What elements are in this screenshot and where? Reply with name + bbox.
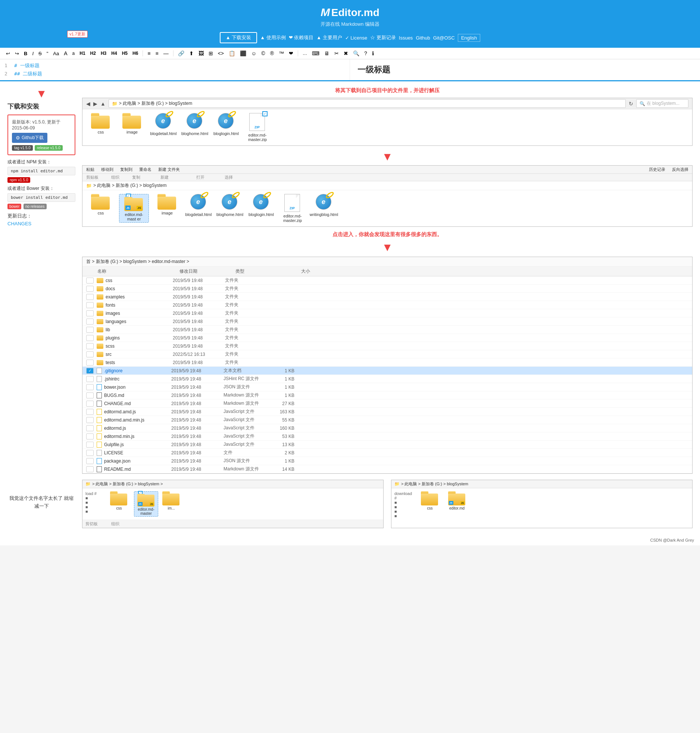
- file-list-row[interactable]: scss2019/5/9 19:48文件夹: [82, 342, 692, 350]
- toolbar-special1[interactable]: ©: [260, 50, 266, 57]
- toolbar-special4[interactable]: ❤: [287, 50, 295, 57]
- toolbar-strike[interactable]: S: [37, 50, 43, 57]
- toolbar-keyboard[interactable]: ⌨: [310, 50, 321, 57]
- nav-demo-link[interactable]: ▲ 使用示例: [260, 34, 285, 41]
- mini-folder-editor-md-renamed[interactable]: JS JS editor.md: [445, 491, 469, 510]
- toolbar-h6[interactable]: H6: [131, 50, 140, 57]
- ribbon-move[interactable]: 移动到: [101, 167, 113, 172]
- nav-forward-icon[interactable]: ▶: [93, 101, 97, 107]
- toolbar-undo[interactable]: ↩: [4, 50, 12, 57]
- editor-pane[interactable]: 1 # 一级标题 2 ## 二级标题: [0, 59, 350, 80]
- mini-folder-im[interactable]: im...: [162, 491, 181, 510]
- toolbar-h3[interactable]: H3: [99, 50, 108, 57]
- file-list-row[interactable]: CHANGE.md2019/5/9 19:48Markdown 源文件27 KB: [82, 400, 692, 408]
- file-list-row[interactable]: ✓.gitignore2019/5/9 19:48文本文档1 KB: [82, 367, 692, 375]
- mini-folder-editor-md[interactable]: ✓ JS JS editor.md-master: [134, 491, 158, 517]
- ribbon-paste[interactable]: 粘贴: [86, 167, 94, 172]
- toolbar-image[interactable]: 🖼: [197, 50, 205, 57]
- ribbon-copy[interactable]: 复制到: [120, 167, 132, 172]
- toolbar-lowercase[interactable]: a: [71, 50, 76, 57]
- toolbar-h1[interactable]: H1: [78, 50, 87, 57]
- file-list-row[interactable]: images2019/5/9 19:48文件夹: [82, 309, 692, 317]
- file-list-row[interactable]: docs2019/5/9 19:48文件夹: [82, 285, 692, 293]
- folder-image[interactable]: image: [119, 113, 145, 142]
- file-list-row[interactable]: editormd.min.js2019/5/9 19:48JavaScript …: [82, 432, 692, 441]
- nav-fork-link[interactable]: ❤ 依赖项目: [289, 34, 314, 41]
- toolbar-h5[interactable]: H5: [121, 50, 129, 57]
- file-list-row[interactable]: editormd.amd.min.js2019/5/9 19:48JavaScr…: [82, 416, 692, 424]
- file-list-row[interactable]: css2019/5/9 19:48文件夹: [82, 276, 692, 285]
- file-list-row[interactable]: BUGS.md2019/5/9 19:48Markdown 源文件1 KB: [82, 391, 692, 400]
- nav-issues-link[interactable]: Issues: [399, 35, 413, 41]
- toolbar-codeblock[interactable]: 📋: [227, 50, 237, 57]
- nav-back-icon[interactable]: ◀: [86, 101, 90, 107]
- file-list-row[interactable]: tests2019/5/9 19:48文件夹: [82, 358, 692, 367]
- ribbon-reverse-select[interactable]: 反向选择: [672, 167, 688, 172]
- toolbar-link[interactable]: 🔗: [176, 50, 186, 57]
- file-list-row[interactable]: plugins2019/5/9 19:48文件夹: [82, 334, 692, 342]
- folder-editor-md-master[interactable]: ✓ JS JS editor.md-mast er: [119, 194, 149, 223]
- toolbar-monitor[interactable]: 🖥: [323, 50, 331, 57]
- folder-css-2[interactable]: css: [88, 194, 114, 223]
- toolbar-italic[interactable]: I: [31, 50, 35, 57]
- toolbar-uppercase2[interactable]: A: [62, 50, 69, 57]
- toolbar-search[interactable]: 🔍: [351, 50, 361, 57]
- github-download-button[interactable]: ⚙ Github下载: [12, 133, 47, 143]
- toolbar-redo[interactable]: ↪: [13, 50, 21, 57]
- file-list-row[interactable]: package.json2019/5/9 19:48JSON 源文件1 KB: [82, 457, 692, 465]
- folder-image-2[interactable]: image: [154, 194, 180, 223]
- toolbar-uppercase[interactable]: Aa: [51, 50, 60, 57]
- file-blogdetail-2[interactable]: e blogdetail.html: [185, 194, 212, 223]
- ribbon-new-folder[interactable]: 新建 文件夹: [158, 167, 180, 172]
- download-nav-button[interactable]: ▲ 下载安装: [220, 32, 257, 43]
- file-list-row[interactable]: examples2019/5/9 19:48文件夹: [82, 293, 692, 301]
- toolbar-special2[interactable]: ®: [269, 50, 275, 57]
- toolbar-ol[interactable]: ≡: [154, 50, 160, 57]
- file-bloghome[interactable]: e bloghome.html: [182, 113, 208, 142]
- file-editor-zip-2[interactable]: ZIP editor.md-master.zip: [279, 194, 306, 223]
- file-bloghome-2[interactable]: e bloghome.html: [217, 194, 243, 223]
- toolbar-bold[interactable]: B: [22, 50, 29, 57]
- toolbar-h4[interactable]: H4: [110, 50, 118, 57]
- toolbar-upload[interactable]: ⬆: [188, 50, 195, 57]
- file-list-row[interactable]: src2022/5/12 16:13文件夹: [82, 350, 692, 358]
- file-list-row[interactable]: editormd.amd.js2019/5/9 19:48JavaScript …: [82, 408, 692, 416]
- file-bloglogin[interactable]: e bloglogin.html: [213, 113, 239, 142]
- toolbar-hr[interactable]: —: [162, 50, 170, 57]
- file-list-row[interactable]: languages2019/5/9 19:48文件夹: [82, 317, 692, 326]
- mini-folder-css[interactable]: css: [108, 491, 130, 510]
- file-list-row[interactable]: LICENSE2019/5/9 19:48文件2 KB: [82, 449, 692, 457]
- mini-folder-css-2[interactable]: css: [419, 491, 441, 510]
- file-list-row[interactable]: lib2019/5/9 19:48文件夹: [82, 326, 692, 334]
- folder-css[interactable]: css: [88, 113, 114, 142]
- toolbar-math[interactable]: ⬛: [238, 50, 248, 57]
- file-list-row[interactable]: Gulpfile.js2019/5/9 19:48JavaScript 文件13…: [82, 441, 692, 449]
- nav-up-icon[interactable]: ▲: [100, 101, 106, 107]
- refresh-icon[interactable]: ↻: [629, 101, 633, 107]
- file-bloglogin-2[interactable]: e bloglogin.html: [248, 194, 274, 223]
- ribbon-rename[interactable]: 重命名: [139, 167, 151, 172]
- file-writingblog[interactable]: e writingblog.html: [311, 194, 337, 223]
- toolbar-emoji[interactable]: ☺: [250, 50, 258, 57]
- toolbar-code[interactable]: <>: [216, 50, 225, 57]
- toolbar-cut[interactable]: ✂: [333, 50, 340, 57]
- nav-user-link[interactable]: ▲ 主要用户: [316, 34, 342, 41]
- toolbar-h2[interactable]: H2: [89, 50, 97, 57]
- file-list-row[interactable]: bower.json2019/5/9 19:48JSON 源文件1 KB: [82, 383, 692, 391]
- file-editor-zip[interactable]: ZIP ✓ editor.md-master.zip: [244, 113, 271, 142]
- toolbar-help[interactable]: ?: [363, 50, 369, 57]
- toolbar-flow[interactable]: …: [301, 50, 309, 57]
- toolbar-info[interactable]: ℹ: [371, 50, 375, 57]
- changes-link[interactable]: CHANGES: [7, 221, 31, 226]
- toolbar-ul[interactable]: ≡: [146, 50, 152, 57]
- file-blogdetail[interactable]: e blogdetail.html: [150, 113, 176, 142]
- toolbar-special3[interactable]: ™: [277, 50, 285, 57]
- nav-english-link[interactable]: English: [458, 34, 481, 42]
- search-box-1[interactable]: 🔍 在 blogSystem...: [636, 99, 688, 108]
- toolbar-table[interactable]: ⊞: [207, 50, 215, 57]
- nav-gitosc-link[interactable]: Git@OSC: [433, 35, 455, 41]
- nav-license-link[interactable]: ✓ License: [345, 35, 367, 41]
- toolbar-close[interactable]: ✖: [342, 50, 350, 57]
- file-list-row[interactable]: .jshintrc2019/5/9 19:48JSHint RC 源文件1 KB: [82, 375, 692, 383]
- nav-github-link[interactable]: Github: [416, 35, 430, 41]
